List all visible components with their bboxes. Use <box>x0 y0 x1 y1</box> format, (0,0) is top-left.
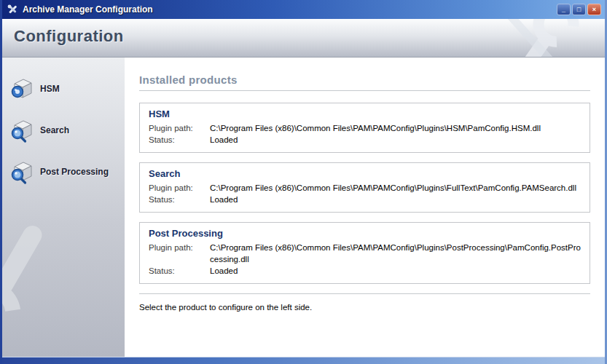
window-controls: _ □ × <box>557 4 601 15</box>
app-window: Archive Manager Configuration _ □ × Conf… <box>0 0 607 364</box>
status-value: Loaded <box>210 265 581 277</box>
sidebar-item-label: Post Processing <box>40 167 109 177</box>
bottom-strip <box>2 357 605 364</box>
plugin-path-value: C:\Program Files (x86)\Common Files\PAM\… <box>210 122 581 134</box>
status-value: Loaded <box>210 194 581 205</box>
footer-note: Select the product to configure on the l… <box>139 303 590 312</box>
wrench-watermark-sidebar <box>2 199 125 357</box>
sidebar-item-search[interactable]: Search <box>2 114 125 147</box>
heading-divider <box>139 90 590 91</box>
close-button[interactable]: × <box>587 4 601 15</box>
search-package-icon <box>9 117 34 143</box>
hsm-package-icon <box>9 76 34 102</box>
plugin-path-value: C:\Program Files (x86)\Common Files\PAM\… <box>210 182 581 194</box>
product-name: Post Processing <box>149 228 581 239</box>
minimize-button[interactable]: _ <box>557 4 571 15</box>
plugin-path-label: Plugin path: <box>149 122 210 134</box>
status-label: Status: <box>149 194 210 205</box>
banner: Configuration <box>2 19 605 58</box>
product-card-search: Search Plugin path: C:\Program Files (x8… <box>139 162 590 213</box>
footer-divider <box>139 293 590 294</box>
product-name: Search <box>149 168 581 179</box>
wrench-watermark-banner <box>484 19 605 58</box>
maximize-button[interactable]: □ <box>572 4 586 15</box>
app-icon <box>7 4 18 15</box>
product-card-post-processing: Post Processing Plugin path: C:\Program … <box>139 222 590 284</box>
sidebar-item-hsm[interactable]: HSM <box>2 72 125 106</box>
sidebar-item-label: HSM <box>40 84 60 94</box>
plugin-path-value: C:\Program Files (x86)\Common Files\PAM\… <box>210 242 581 265</box>
status-label: Status: <box>149 134 210 146</box>
post-processing-package-icon <box>9 159 34 185</box>
sidebar: HSM Search <box>2 58 125 357</box>
titlebar: Archive Manager Configuration _ □ × <box>2 0 605 19</box>
plugin-path-label: Plugin path: <box>149 242 210 265</box>
plugin-path-label: Plugin path: <box>149 182 210 194</box>
main-body: HSM Search <box>2 58 605 357</box>
content-panel: Installed products HSM Plugin path: C:\P… <box>125 58 605 357</box>
page-title: Configuration <box>14 27 124 46</box>
sidebar-item-post-processing[interactable]: Post Processing <box>2 155 125 189</box>
product-card-hsm: HSM Plugin path: C:\Program Files (x86)\… <box>139 103 590 153</box>
product-name: HSM <box>149 108 581 119</box>
window-title: Archive Manager Configuration <box>23 4 557 15</box>
status-value: Loaded <box>210 134 581 146</box>
installed-products-heading: Installed products <box>139 74 590 86</box>
status-label: Status: <box>149 265 210 277</box>
sidebar-item-label: Search <box>40 125 69 135</box>
